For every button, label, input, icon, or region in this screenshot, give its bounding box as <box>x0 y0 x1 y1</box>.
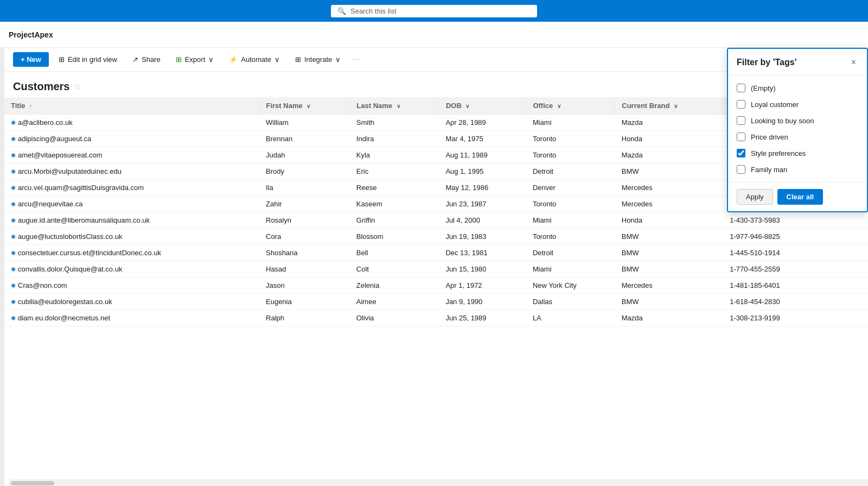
filter-item-loyal[interactable]: Loyal customer <box>728 96 867 112</box>
share-button[interactable]: ↗ Share <box>127 52 166 67</box>
filter-checkbox-empty[interactable] <box>737 84 745 92</box>
cell-office: LA <box>526 310 615 326</box>
cell-last-name: Griffin <box>350 212 439 229</box>
filter-label-empty[interactable]: (Empty) <box>751 84 776 92</box>
filter-item-price[interactable]: Price driven <box>728 129 867 145</box>
cell-last-name: Kaseem <box>350 196 439 212</box>
cell-title: ✱arcu@nequevitae.ca <box>4 196 259 212</box>
filter-checkbox-buying[interactable] <box>737 116 745 125</box>
cell-first-name: Brody <box>259 163 350 180</box>
filter-footer: Apply Clear all <box>728 182 867 211</box>
cell-tags <box>835 310 869 326</box>
cell-office: Dallas <box>526 294 615 310</box>
cell-dob: Jan 9, 1990 <box>439 294 526 310</box>
integrate-icon: ⊞ <box>295 55 301 64</box>
cell-first-name: Eugenia <box>259 294 350 310</box>
cell-brand: Honda <box>615 131 723 147</box>
main-content: + New ⊞ Edit in grid view ↗ Share ⊞ Expo… <box>0 48 868 486</box>
cell-first-name: Shoshana <box>259 245 350 261</box>
scrollbar-thumb[interactable] <box>11 481 54 485</box>
search-placeholder: Search this list <box>350 7 397 15</box>
clear-all-button[interactable]: Clear all <box>777 189 824 205</box>
col-brand[interactable]: Current Brand ∨ <box>615 97 723 115</box>
cell-title: ✱cubilia@eudoloregestas.co.uk <box>4 294 259 310</box>
table-row[interactable]: ✱cubilia@eudoloregestas.co.uk Eugenia Ai… <box>4 294 868 310</box>
cell-dob: May 12, 1986 <box>439 180 526 196</box>
filter-item-buying[interactable]: Looking to buy soon <box>728 112 867 129</box>
edit-grid-button[interactable]: ⊞ Edit in grid view <box>53 52 123 67</box>
filter-checkbox-loyal[interactable] <box>737 100 745 109</box>
cell-brand: Mercedes <box>615 180 723 196</box>
cell-last-name: Indira <box>350 131 439 147</box>
table-row[interactable]: ✱augue@luctuslobortisClass.co.uk Cora Bl… <box>4 229 868 245</box>
favorite-icon[interactable]: ☆ <box>74 81 81 92</box>
automate-button[interactable]: ⚡ Automate ∨ <box>224 52 285 67</box>
integrate-button[interactable]: ⊞ Integrate ∨ <box>290 52 346 67</box>
export-button[interactable]: ⊞ Export ∨ <box>170 52 220 67</box>
filter-item-style[interactable]: Style preferences <box>728 145 867 161</box>
search-icon: 🔍 <box>337 7 346 15</box>
filter-label-price[interactable]: Price driven <box>751 133 788 141</box>
cell-tags <box>835 261 869 277</box>
cell-brand: Honda <box>615 212 723 229</box>
cell-dob: Jun 23, 1987 <box>439 196 526 212</box>
filter-item-empty[interactable]: (Empty) <box>728 80 867 96</box>
filter-label-loyal[interactable]: Loyal customer <box>751 100 799 109</box>
cell-dob: Aug 11, 1989 <box>439 147 526 163</box>
horizontal-scrollbar[interactable] <box>9 479 868 486</box>
filter-body: (Empty)Loyal customerLooking to buy soon… <box>728 75 867 182</box>
search-bar[interactable]: 🔍 Search this list <box>331 5 537 17</box>
col-dob[interactable]: DOB ∨ <box>439 97 526 115</box>
cell-phone: 1-445-510-1914 <box>723 245 835 261</box>
filter-label-style[interactable]: Style preferences <box>751 149 806 157</box>
cell-office: Toronto <box>526 196 615 212</box>
filter-label-family[interactable]: Family man <box>751 166 787 174</box>
table-row[interactable]: ✱consectetuer.cursus.et@tinciduntDonec.c… <box>4 245 868 261</box>
table-row[interactable]: ✱diam.eu.dolor@necmetus.net Ralph Olivia… <box>4 310 868 326</box>
col-first-name[interactable]: First Name ∨ <box>259 97 350 115</box>
cell-title: ✱a@aclibero.co.uk <box>4 115 259 131</box>
cell-phone: 1-770-455-2559 <box>723 261 835 277</box>
filter-close-button[interactable]: × <box>849 56 858 68</box>
cell-tags <box>835 294 869 310</box>
cell-dob: Jun 15, 1980 <box>439 261 526 277</box>
cell-first-name: Zahir <box>259 196 350 212</box>
cell-dob: Apr 1, 1972 <box>439 277 526 294</box>
filter-title: Filter by 'Tags' <box>737 58 796 67</box>
cell-brand: BMW <box>615 294 723 310</box>
col-last-name[interactable]: Last Name ∨ <box>350 97 439 115</box>
cell-title: ✱adipiscing@augueut.ca <box>4 131 259 147</box>
cell-first-name: Judah <box>259 147 350 163</box>
cell-dob: Apr 28, 1989 <box>439 115 526 131</box>
cell-title: ✱amet@vitaeposuereat.com <box>4 147 259 163</box>
cell-title: ✱Cras@non.com <box>4 277 259 294</box>
cell-first-name: Rosalyn <box>259 212 350 229</box>
cell-first-name: Cora <box>259 229 350 245</box>
cell-office: Toronto <box>526 131 615 147</box>
cell-brand: Mercedes <box>615 196 723 212</box>
cell-last-name: Colt <box>350 261 439 277</box>
table-row[interactable]: ✱convallis.dolor.Quisque@at.co.uk Hasad … <box>4 261 868 277</box>
table-row[interactable]: ✱augue.id.ante@liberomaunsaliquam.co.uk … <box>4 212 868 229</box>
table-row[interactable]: ✱Cras@non.com Jason Zelenia Apr 1, 1972 … <box>4 277 868 294</box>
filter-item-family[interactable]: Family man <box>728 161 867 178</box>
app-title: ProjectApex <box>9 30 53 39</box>
cell-phone: 1-430-373-5983 <box>723 212 835 229</box>
top-bar: 🔍 Search this list <box>0 0 868 22</box>
cell-tags <box>835 212 869 229</box>
export-icon: ⊞ <box>176 55 182 64</box>
col-office[interactable]: Office ∨ <box>526 97 615 115</box>
filter-label-buying[interactable]: Looking to buy soon <box>751 117 814 125</box>
new-button[interactable]: + New <box>13 52 49 67</box>
cell-dob: Dec 13, 1981 <box>439 245 526 261</box>
filter-checkbox-price[interactable] <box>737 132 745 141</box>
filter-checkbox-family[interactable] <box>737 165 745 174</box>
cell-last-name: Zelenia <box>350 277 439 294</box>
cell-last-name: Olivia <box>350 310 439 326</box>
filter-checkbox-style[interactable] <box>737 149 745 157</box>
grid-icon: ⊞ <box>59 55 65 64</box>
apply-button[interactable]: Apply <box>737 189 773 205</box>
cell-phone: 1-308-213-9199 <box>723 310 835 326</box>
col-title[interactable]: Title ↑ <box>4 97 259 115</box>
filter-panel: Filter by 'Tags' × (Empty)Loyal customer… <box>727 48 868 212</box>
